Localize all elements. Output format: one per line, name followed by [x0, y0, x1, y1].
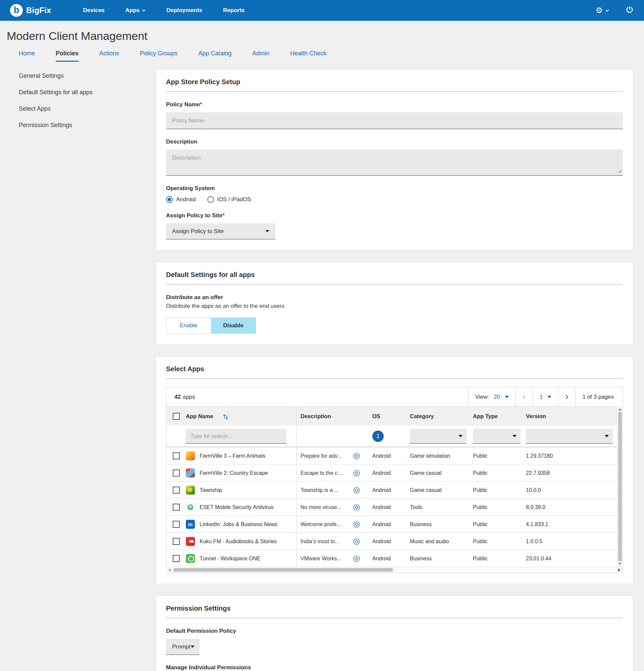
sort-icon[interactable]: [223, 413, 229, 420]
dropdown-caret-icon[interactable]: [505, 396, 509, 398]
tab-policy-groups[interactable]: Policy Groups: [140, 50, 177, 62]
vertical-scroll-thumb[interactable]: [618, 412, 622, 561]
scroll-right-arrow-icon[interactable]: [618, 568, 620, 572]
row-checkbox[interactable]: [173, 486, 180, 494]
kukufm-app-icon: [186, 537, 195, 546]
view-description-button[interactable]: [353, 504, 368, 511]
dropdown-caret-icon: [458, 435, 463, 437]
row-checkbox[interactable]: [173, 538, 180, 545]
scroll-left-arrow-icon[interactable]: [168, 568, 171, 572]
view-description-button[interactable]: [353, 452, 368, 460]
app-name-search-input[interactable]: [186, 429, 287, 444]
current-page-value[interactable]: 1: [540, 394, 543, 401]
permission-settings-card: Permission Settings Default Permission P…: [156, 596, 633, 671]
column-header-description: Description: [296, 413, 353, 419]
view-description-button[interactable]: [353, 521, 368, 528]
apps-count: 42 apps: [166, 387, 468, 406]
row-checkbox[interactable]: [173, 504, 180, 511]
dropdown-caret-icon[interactable]: [547, 396, 552, 398]
policy-name-label: Policy Name*: [166, 101, 623, 108]
assign-policy-site-label: Assign Policy to Site*: [166, 212, 623, 219]
settings-gear-button[interactable]: ⚙: [595, 7, 609, 14]
manage-individual-permissions-label: Manage Individual Permissions: [166, 664, 623, 671]
current-page-control: 1: [533, 387, 558, 406]
prev-page-button[interactable]: [516, 387, 533, 406]
scroll-up-arrow-icon[interactable]: [618, 408, 621, 410]
chevron-right-icon: [565, 394, 569, 400]
sidebar-item-general-settings[interactable]: General Settings: [19, 73, 156, 79]
nav-item-apps[interactable]: Apps: [125, 7, 146, 14]
view-description-button[interactable]: [353, 469, 368, 477]
select-all-checkbox[interactable]: [173, 413, 180, 420]
assign-policy-site-dropdown[interactable]: Assign Policy to Site: [166, 223, 275, 239]
nav-item-devices[interactable]: Devices: [83, 7, 105, 14]
eye-icon: [353, 555, 360, 562]
table-filter-row: 1: [166, 426, 622, 447]
apps-table: 42 apps View: 20 1: [166, 387, 623, 573]
policy-name-input[interactable]: [166, 112, 623, 129]
os-filter-badge[interactable]: 1: [372, 431, 384, 442]
row-checkbox[interactable]: [173, 469, 180, 477]
sidebar-item-select-apps[interactable]: Select Apps: [19, 105, 156, 112]
tab-health-check[interactable]: Health Check: [290, 50, 326, 62]
next-page-button[interactable]: [558, 387, 575, 406]
column-header-os: OS: [368, 413, 410, 419]
eye-icon: [353, 486, 360, 494]
card-title: Default Settings for all apps: [166, 271, 623, 285]
tab-admin[interactable]: Admin: [252, 50, 269, 62]
enable-button[interactable]: Enable: [166, 318, 211, 333]
tab-app-catalog[interactable]: App Catalog: [198, 50, 231, 62]
tab-bar: Home Policies Actions Policy Groups App …: [0, 50, 644, 62]
brand-name[interactable]: BigFix: [26, 6, 51, 15]
description-textarea[interactable]: [166, 150, 623, 176]
row-checkbox[interactable]: [173, 555, 180, 562]
gear-icon: ⚙: [595, 7, 603, 14]
power-button[interactable]: [625, 5, 634, 15]
tab-policies[interactable]: Policies: [56, 50, 78, 62]
nav-item-reports[interactable]: Reports: [223, 7, 244, 14]
resize-handle-icon[interactable]: [618, 168, 622, 174]
linkedin-app-icon: [186, 520, 195, 529]
horizontal-scrollbar[interactable]: [166, 567, 622, 573]
distribute-offer-toggle: Enable Disable: [166, 318, 256, 334]
eye-icon: [353, 538, 360, 545]
sidebar-item-permission-settings[interactable]: Permission Settings: [19, 122, 156, 129]
view-description-button[interactable]: [353, 538, 368, 545]
horizontal-scroll-thumb[interactable]: [174, 568, 393, 572]
radio-android[interactable]: Android: [166, 196, 196, 203]
page-size-value[interactable]: 20: [494, 394, 500, 401]
radio-unselected-icon: [207, 196, 214, 203]
vertical-scrollbar[interactable]: [617, 406, 622, 567]
chevron-down-icon: [605, 9, 609, 12]
category-filter-dropdown[interactable]: [410, 429, 467, 444]
row-checkbox[interactable]: [173, 452, 180, 459]
default-permission-policy-dropdown[interactable]: Prompt: [166, 639, 200, 655]
table-row: Tunnel - Workspace ONE VMware Works... A…: [166, 549, 622, 567]
eye-icon: [353, 521, 360, 528]
scroll-down-arrow-icon[interactable]: [618, 563, 621, 565]
row-checkbox[interactable]: [173, 521, 180, 528]
table-row: Kuku FM - Audiobooks & Stories India’s m…: [166, 532, 622, 549]
bigfix-logo-icon[interactable]: b: [10, 4, 23, 17]
dropdown-caret-icon: [513, 435, 517, 437]
township-app-icon: [186, 485, 195, 495]
page-title: Modern Client Management: [0, 21, 644, 44]
nav-item-deployments[interactable]: Deployments: [166, 7, 202, 14]
view-description-button[interactable]: [353, 555, 368, 562]
app-type-filter-dropdown[interactable]: [473, 429, 520, 444]
description-label: Description: [166, 139, 623, 145]
tunnel-app-icon: [186, 554, 195, 563]
disable-button[interactable]: Disable: [211, 318, 256, 333]
table-row: FarmVille 3 – Farm Animals Prepare for a…: [166, 447, 622, 464]
version-filter-dropdown[interactable]: [526, 429, 613, 444]
card-title: Select Apps: [166, 365, 623, 379]
sidebar-item-default-settings[interactable]: Default Settings for all apps: [19, 89, 156, 96]
view-label: View:: [475, 394, 489, 401]
table-row: Township Township is a ... Android Game …: [166, 481, 622, 498]
view-description-button[interactable]: [353, 486, 368, 494]
tab-home[interactable]: Home: [19, 50, 35, 62]
page-size-control: View: 20: [468, 387, 516, 406]
radio-ios-ipados[interactable]: iOS / iPadOS: [207, 196, 251, 203]
distribute-offer-description: Distribute the apps as an offer to the e…: [166, 303, 623, 309]
tab-actions[interactable]: Actions: [99, 50, 119, 62]
